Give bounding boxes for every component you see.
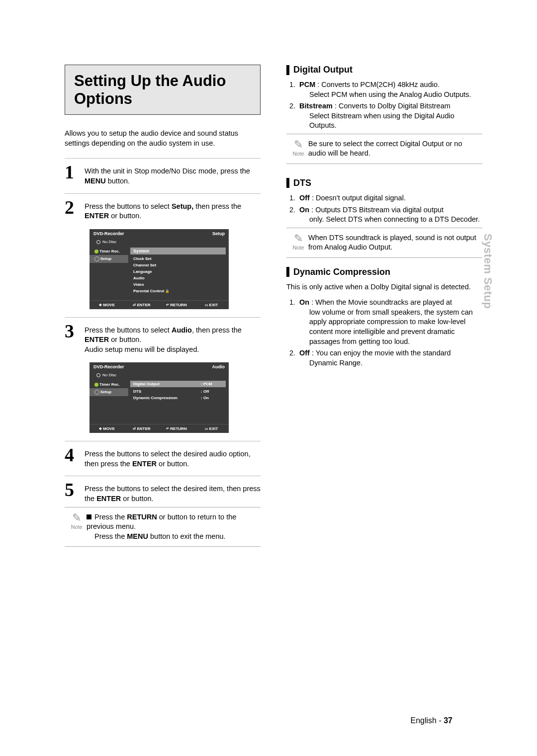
section-bar-icon — [286, 65, 289, 75]
osd-menu-item: Audio — [130, 275, 226, 281]
section-title: Dynamic Compression — [293, 267, 390, 277]
osd-right-header: Digital Output : PCM — [130, 381, 226, 387]
osd-screenshot-audio: DVD-Recorder Audio No Disc Timer Rec. Se… — [90, 362, 229, 433]
section-bar-icon — [286, 178, 289, 188]
section-title: Digital Output — [293, 65, 353, 75]
list-item: 1. Off : Doesn't output digital signal. — [289, 193, 482, 203]
step-number: 5 — [65, 483, 80, 497]
step-body: Press the buttons to select Setup, then … — [85, 201, 261, 221]
record-dot-icon — [96, 373, 100, 377]
osd-header: DVD-Recorder Setup — [90, 229, 229, 238]
osd-menu-item: Language — [130, 268, 226, 275]
osd-left-item: Timer Rec. — [90, 381, 128, 388]
osd-title-right: Audio — [212, 364, 225, 369]
exit-icon: ▭ — [205, 427, 208, 430]
osd-left-item-selected: Setup — [90, 255, 128, 263]
osd-title-left: DVD-Recorder — [93, 231, 124, 236]
osd-menu-item: DTS : Off — [130, 388, 226, 395]
osd-footer-move: ✥MOVE — [92, 426, 121, 431]
section-header-dts: DTS — [286, 178, 482, 188]
note-label: Note — [292, 245, 304, 251]
clock-icon — [94, 250, 98, 253]
return-icon: ↶ — [166, 303, 169, 307]
osd-header: DVD-Recorder Audio — [90, 362, 229, 371]
step-number: 4 — [65, 448, 80, 462]
step-1: 1 With the unit in Stop mode/No Disc mod… — [65, 166, 261, 186]
lock-icon: 🔒 — [165, 289, 170, 293]
osd-right-panel: System Clock Set Channel Set Language Au… — [128, 246, 229, 300]
list-item: 2. Bitstream : Converts to Dolby Digital… — [289, 101, 482, 131]
section-edge-tab: System Setup — [481, 234, 494, 309]
osd-footer-enter: ⏎ENTER — [127, 426, 156, 431]
return-icon: ↶ — [166, 427, 169, 430]
left-column: Setting Up the Audio Options Allows you … — [65, 65, 261, 561]
step-number: 1 — [65, 166, 80, 179]
divider — [65, 441, 261, 441]
right-column: Digital Output 1. PCM : Converts to PCM(… — [286, 65, 482, 561]
digital-output-list: 1. PCM : Converts to PCM(2CH) 48kHz audi… — [289, 80, 482, 131]
step-number: 2 — [65, 201, 80, 214]
osd-footer: ✥MOVE ⏎ENTER ↶RETURN ▭EXIT — [90, 424, 229, 433]
divider — [65, 317, 261, 318]
list-item: 1. PCM : Converts to PCM(2CH) 48kHz audi… — [289, 80, 482, 99]
osd-left-panel: Timer Rec. Setup — [90, 246, 128, 300]
osd-footer-exit: ▭EXIT — [197, 303, 226, 307]
note-label: Note — [292, 151, 304, 157]
clock-icon — [94, 383, 98, 387]
gear-icon — [94, 390, 99, 395]
step-5: 5 Press the buttons to select the desire… — [65, 483, 261, 504]
note-block: ✎ Note When DTS soundtrack is played, so… — [286, 228, 482, 258]
pencil-icon: ✎ — [67, 512, 87, 523]
osd-menu-item: Dynamic Compressiom : On — [130, 395, 226, 401]
note-icon: ✎ Note — [288, 233, 308, 251]
osd-footer: ✥MOVE ⏎ENTER ↶RETURN ▭EXIT — [90, 300, 229, 309]
divider — [65, 158, 261, 159]
page-title-box: Setting Up the Audio Options — [65, 65, 261, 115]
divider — [65, 476, 261, 476]
list-item: 2. On : Outputs DTS Bitstream via digita… — [289, 205, 482, 225]
osd-left-item: Timer Rec. — [90, 248, 128, 255]
note-block: ✎ Note Be sure to select the correct Dig… — [286, 134, 482, 164]
osd-body: Timer Rec. Setup System Clock Set Channe… — [90, 246, 229, 300]
osd-title-left: DVD-Recorder — [93, 364, 124, 369]
step-number: 3 — [65, 325, 80, 338]
osd-footer-enter: ⏎ENTER — [127, 303, 156, 307]
section-title: DTS — [293, 178, 311, 188]
pencil-icon: ✎ — [288, 139, 308, 150]
step-2: 2 Press the buttons to select Setup, the… — [65, 201, 261, 221]
note-block: ✎ Note Press the RETURN or button to ret… — [65, 507, 261, 547]
osd-body: Timer Rec. Setup Digital Output : PCM DT… — [90, 379, 229, 424]
list-item: 1. On : When the Movie soundtracks are p… — [289, 298, 482, 346]
note-label: Note — [71, 524, 82, 530]
section-header-digital-output: Digital Output — [286, 65, 482, 75]
note-body: Press the RETURN or button to return to … — [87, 512, 259, 542]
enter-icon: ⏎ — [133, 303, 136, 307]
two-column-layout: Setting Up the Audio Options Allows you … — [65, 65, 482, 561]
osd-left-panel: Timer Rec. Setup — [90, 379, 128, 424]
osd-menu-item: Parental Control🔒 — [130, 288, 226, 294]
dyn-intro: This is only active when a Dolby Digital… — [286, 282, 482, 292]
step-4: 4 Press the buttons to select the desire… — [65, 448, 261, 469]
step-body: Press the buttons to select the desired … — [85, 483, 261, 504]
step-body: Press the buttons to select the desired … — [85, 448, 261, 469]
footer-page-number: 37 — [444, 716, 452, 725]
osd-footer-exit: ▭EXIT — [197, 426, 226, 431]
intro-text: Allows you to setup the audio device and… — [65, 129, 261, 148]
osd-subheader: No Disc — [90, 371, 229, 379]
dyn-list: 1. On : When the Movie soundtracks are p… — [289, 298, 482, 368]
step-body: Press the buttons to select Audio, then … — [85, 325, 261, 355]
note-body: Be sure to select the correct Digital Ou… — [308, 139, 480, 159]
record-dot-icon — [96, 240, 100, 244]
osd-subheader: No Disc — [90, 238, 229, 246]
osd-footer-move: ✥MOVE — [92, 303, 121, 307]
list-item: 2. Off : You can enjoy the movie with th… — [289, 348, 482, 368]
page-title: Setting Up the Audio Options — [74, 72, 251, 107]
osd-footer-return: ↶RETURN — [162, 426, 191, 431]
note-icon: ✎ Note — [288, 139, 308, 157]
step-body: With the unit in Stop mode/No Disc mode,… — [85, 166, 261, 186]
dts-list: 1. Off : Doesn't output digital signal. … — [289, 193, 482, 225]
osd-menu-item: Channel Set — [130, 262, 226, 268]
divider — [65, 193, 261, 194]
section-bar-icon — [286, 267, 289, 277]
osd-screenshot-setup: DVD-Recorder Setup No Disc Timer Rec. Se… — [90, 229, 229, 309]
